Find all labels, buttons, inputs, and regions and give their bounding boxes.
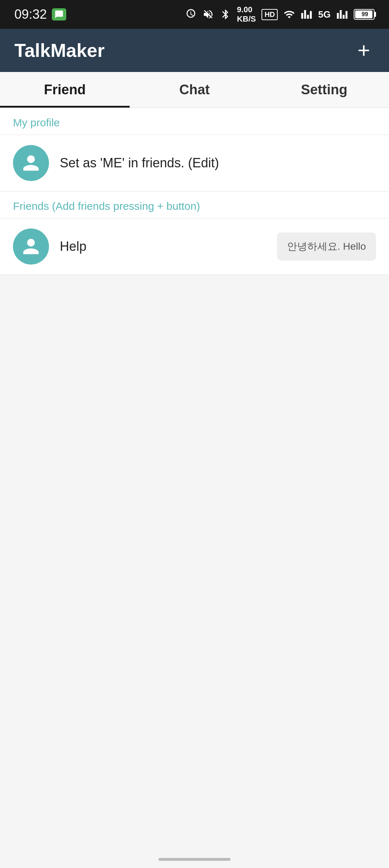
hd-icon: HD — [261, 9, 278, 20]
my-profile-section-label: My profile — [0, 108, 389, 135]
friend-avatar — [13, 229, 49, 265]
status-time: 09:32 — [14, 7, 47, 22]
my-profile-avatar — [13, 145, 49, 181]
tab-friend-label: Friend — [44, 82, 86, 98]
my-profile-row[interactable]: Set as 'ME' in friends. (Edit) — [0, 135, 389, 191]
mute-icon — [202, 9, 214, 20]
tab-chat-label: Chat — [179, 82, 210, 98]
battery-icon: 99 — [354, 9, 375, 20]
my-profile-name: Set as 'ME' in friends. (Edit) — [60, 155, 219, 171]
friend-bottom-divider — [0, 275, 389, 275]
5g-icon: 5G — [318, 9, 331, 20]
friend-name: Help — [60, 239, 266, 254]
app-header: TalkMaker + — [0, 29, 389, 72]
status-icons-group: 9.00KB/S HD 5G 99 — [185, 5, 375, 24]
add-button[interactable]: + — [353, 40, 375, 61]
person-icon — [19, 152, 43, 175]
bluetooth-icon — [220, 9, 231, 20]
content-area: My profile Set as 'ME' in friends. (Edit… — [0, 108, 389, 275]
tab-setting[interactable]: Setting — [259, 72, 389, 108]
friend-list-item[interactable]: Help 안녕하세요. Hello — [0, 218, 389, 275]
network-speed: 9.00KB/S — [237, 5, 256, 24]
tab-friend[interactable]: Friend — [0, 72, 130, 108]
friend-last-message: 안녕하세요. Hello — [277, 232, 376, 261]
status-bar: 09:32 9.00KB/S HD 5G — [0, 0, 389, 29]
app-title: TalkMaker — [14, 40, 105, 61]
wifi-icon — [283, 9, 295, 20]
status-time-container: 09:32 — [14, 7, 66, 22]
chat-bubble-icon — [54, 10, 64, 19]
signal2-icon — [336, 9, 348, 20]
bottom-nav-bar — [158, 858, 231, 861]
signal-icon — [301, 9, 312, 20]
friend-person-icon — [19, 235, 43, 258]
tab-chat[interactable]: Chat — [130, 72, 259, 108]
chat-notification-icon — [52, 8, 66, 21]
tab-setting-label: Setting — [301, 82, 348, 98]
friends-section-label: Friends (Add friends pressing + button) — [0, 191, 389, 218]
battery-level: 99 — [355, 11, 375, 18]
tab-bar: Friend Chat Setting — [0, 72, 389, 108]
alarm-icon — [185, 9, 197, 20]
